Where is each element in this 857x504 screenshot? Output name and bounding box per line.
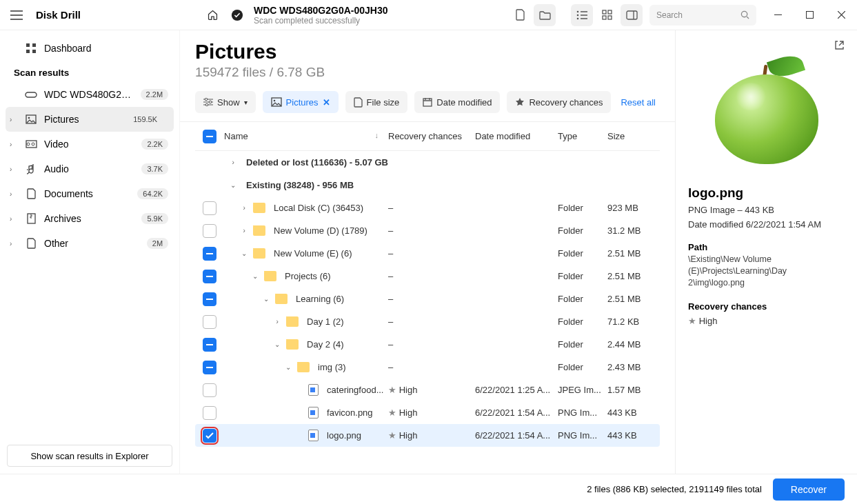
row-name: Local Disk (C) (36453) — [274, 203, 363, 213]
close-button[interactable] — [825, 0, 857, 30]
svg-rect-11 — [806, 12, 813, 19]
sidebar-item-audio[interactable]: ›Audio3.7K — [0, 157, 179, 181]
svg-point-23 — [205, 98, 208, 101]
col-date[interactable]: Date modified — [475, 131, 558, 141]
col-size[interactable]: Size — [607, 131, 660, 141]
expand-toggle[interactable]: ⌄ — [272, 341, 282, 348]
filter-recovery-chances[interactable]: Recovery chances — [507, 91, 611, 113]
view-list-icon[interactable] — [571, 4, 593, 26]
sidebar-item-documents[interactable]: ›Documents64.2K — [0, 181, 179, 206]
svg-rect-15 — [32, 50, 36, 53]
view-split-icon[interactable] — [621, 4, 643, 26]
sidebar-item-pictures[interactable]: ›Pictures159.5K — [6, 107, 174, 132]
sidebar-item-video[interactable]: ›Video2.2K — [0, 132, 179, 157]
table-row[interactable]: ⌄Day 2 (4)–Folder2.44 MB — [195, 333, 660, 356]
row-checkbox[interactable] — [203, 292, 216, 306]
row-checkbox[interactable] — [203, 224, 216, 238]
svg-rect-14 — [26, 50, 30, 53]
row-checkbox[interactable] — [203, 315, 216, 329]
svg-rect-4 — [603, 10, 606, 14]
row-checkbox[interactable] — [203, 270, 216, 283]
col-recovery[interactable]: Recovery chances — [388, 131, 475, 141]
chevron-right-icon: › — [10, 141, 12, 148]
preview-filename: logo.png — [688, 185, 845, 201]
star-icon — [515, 97, 525, 107]
preview-rc-label: Recovery chances — [688, 301, 845, 312]
table-row[interactable]: ⌄New Volume (E) (6)–Folder2.51 MB — [195, 242, 660, 265]
chevron-right-icon: › — [10, 240, 12, 248]
chevron-right-icon: › — [10, 190, 12, 198]
file-icon — [308, 407, 319, 419]
table-row[interactable]: ⌄Learning (6)–Folder2.51 MB — [195, 288, 660, 310]
home-button[interactable] — [201, 4, 223, 26]
expand-toggle[interactable]: › — [228, 159, 238, 166]
filter-pictures[interactable]: Pictures✕ — [263, 91, 339, 113]
row-checkbox[interactable] — [203, 338, 216, 352]
expand-toggle[interactable]: › — [272, 318, 282, 325]
table-row[interactable]: ⌄Existing (38248) - 956 MB — [195, 174, 660, 196]
sidebar-dashboard[interactable]: Dashboard — [0, 36, 179, 61]
maximize-button[interactable] — [794, 0, 825, 30]
select-all-checkbox[interactable] — [203, 130, 216, 143]
view-grid-icon[interactable] — [596, 4, 618, 26]
reset-all-link[interactable]: Reset all — [621, 97, 660, 108]
row-name: New Volume (D) (1789) — [274, 225, 367, 236]
video-icon — [25, 138, 37, 150]
table-row[interactable]: ›Day 1 (2)–Folder71.2 KB — [195, 310, 660, 333]
svg-point-20 — [27, 143, 30, 145]
remove-filter-icon[interactable]: ✕ — [323, 97, 330, 108]
sidebar-item-archives[interactable]: ›Archives5.9K — [0, 206, 179, 231]
table-row[interactable]: ⌄Projects (6)–Folder2.51 MB — [195, 265, 660, 288]
preview-path-label: Path — [688, 242, 845, 252]
svg-point-21 — [32, 143, 34, 145]
row-checkbox[interactable] — [203, 361, 216, 374]
sidebar-drive[interactable]: WDC WDS480G2G0A-0... 2.2M — [0, 82, 179, 107]
filter-file-size[interactable]: File size — [345, 91, 408, 113]
table-row[interactable]: ›New Volume (D) (1789)–Folder31.2 MB — [195, 219, 660, 242]
expand-toggle[interactable]: ⌄ — [261, 295, 271, 303]
table-row[interactable]: logo.png★ High6/22/2021 1:54 A...PNG Im.… — [195, 424, 660, 447]
page-subtitle: 159472 files / 6.78 GB — [195, 65, 660, 80]
other-icon — [25, 237, 37, 250]
recover-button[interactable]: Recover — [773, 478, 845, 501]
folder-icon — [253, 225, 265, 236]
table-row[interactable]: cateringfood...★ High6/22/2021 1:25 A...… — [195, 379, 660, 401]
file-icon — [308, 430, 319, 441]
sidebar-item-other[interactable]: ›Other2M — [0, 231, 179, 256]
row-name: Day 2 (4) — [307, 339, 343, 350]
expand-toggle[interactable]: › — [239, 204, 249, 212]
app-name: Disk Drill — [36, 9, 81, 21]
table-row[interactable]: ›Deleted or lost (116636) - 5.07 GB — [195, 151, 660, 174]
page-title: Pictures — [195, 40, 660, 63]
table-row[interactable]: favicon.png★ High6/22/2021 1:54 A...PNG … — [195, 401, 660, 424]
expand-toggle[interactable]: ⌄ — [283, 363, 293, 371]
expand-toggle[interactable]: ⌄ — [250, 272, 260, 280]
row-checkbox[interactable] — [203, 406, 216, 420]
filter-show[interactable]: Show ▾ — [195, 91, 256, 113]
expand-toggle[interactable]: ⌄ — [228, 181, 238, 189]
col-type[interactable]: Type — [558, 131, 607, 141]
row-checkbox[interactable] — [203, 429, 216, 443]
row-checkbox[interactable] — [203, 201, 216, 215]
expand-toggle[interactable]: ⌄ — [239, 250, 249, 257]
row-name: Learning (6) — [296, 294, 344, 304]
view-folder-icon[interactable] — [534, 4, 556, 26]
popout-icon[interactable] — [834, 40, 845, 50]
table-row[interactable]: ⌄img (3)–Folder2.43 MB — [195, 356, 660, 379]
show-in-explorer-button[interactable]: Show scan results in Explorer — [7, 445, 172, 467]
chevron-right-icon: › — [10, 165, 12, 173]
menu-button[interactable] — [8, 7, 25, 23]
table-row[interactable]: ›Local Disk (C) (36453)–Folder923 MB — [195, 196, 660, 219]
expand-toggle[interactable]: › — [239, 227, 249, 234]
svg-rect-28 — [423, 99, 432, 106]
row-checkbox[interactable] — [203, 383, 216, 397]
col-name[interactable]: Name↓ — [224, 131, 388, 141]
search-input[interactable]: Search — [649, 5, 756, 26]
minimize-button[interactable] — [762, 0, 794, 30]
svg-rect-8 — [627, 11, 637, 19]
view-doc-icon[interactable] — [509, 4, 531, 26]
audio-icon — [25, 163, 37, 175]
row-checkbox[interactable] — [203, 247, 216, 261]
archive-icon — [25, 212, 37, 225]
filter-date-modified[interactable]: Date modified — [414, 91, 500, 113]
